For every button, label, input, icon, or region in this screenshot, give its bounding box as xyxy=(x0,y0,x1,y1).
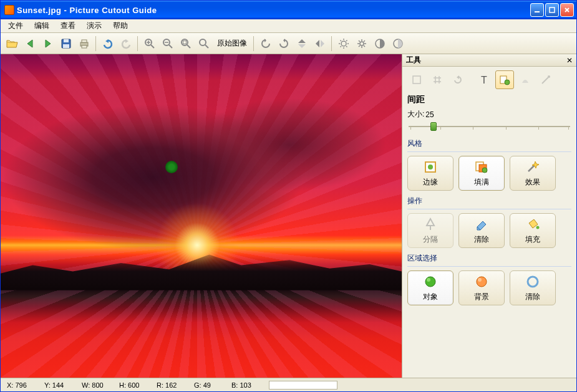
menu-demo[interactable]: 演示 xyxy=(82,19,107,32)
toolbar: 原始图像 xyxy=(1,33,576,54)
save-button[interactable] xyxy=(57,35,75,52)
tool-grid-icon[interactable] xyxy=(428,70,447,89)
status-g: G: 49 xyxy=(188,381,225,389)
tool-text-icon[interactable]: T xyxy=(475,70,493,89)
svg-point-26 xyxy=(482,168,487,173)
window-title: Sunset.jpg - Picture Cutout Guide xyxy=(17,6,530,15)
prev-button[interactable] xyxy=(21,35,39,52)
rotate-ccw-button[interactable] xyxy=(257,35,274,52)
menu-help[interactable]: 帮助 xyxy=(108,19,133,32)
slider-thumb[interactable] xyxy=(430,122,437,131)
op-fill-button[interactable]: 填充 xyxy=(510,213,556,248)
settings-button[interactable] xyxy=(353,35,371,52)
svg-point-21 xyxy=(548,75,550,78)
region-object-button[interactable]: 对象 xyxy=(407,270,453,305)
original-image-label[interactable]: 原始图像 xyxy=(213,38,251,49)
svg-rect-0 xyxy=(535,11,540,12)
status-r: R: 162 xyxy=(150,381,188,389)
panel-toolbar: T xyxy=(407,70,571,89)
fill-icon xyxy=(474,160,489,174)
region-object-label: 对象 xyxy=(423,292,438,302)
contrast-half-button[interactable] xyxy=(389,35,407,52)
brush-marker xyxy=(165,161,178,173)
op-split-button: 分隔 xyxy=(407,213,453,248)
rotate-cw-button[interactable] xyxy=(275,35,293,52)
tool-undo-icon[interactable] xyxy=(449,70,467,89)
size-slider[interactable] xyxy=(407,121,571,132)
style-effect-label: 效果 xyxy=(525,177,540,188)
svg-point-23 xyxy=(428,165,433,170)
svg-point-31 xyxy=(478,278,482,282)
brightness-button[interactable] xyxy=(335,35,352,52)
style-edge-label: 边缘 xyxy=(423,177,438,188)
app-icon xyxy=(4,5,14,15)
redo-button[interactable] xyxy=(117,35,135,52)
tool-smudge-icon[interactable] xyxy=(516,70,535,89)
svg-point-14 xyxy=(360,42,364,45)
maximize-button[interactable] xyxy=(545,3,559,17)
svg-point-32 xyxy=(528,277,538,287)
close-button[interactable] xyxy=(560,3,574,17)
panel-close-button[interactable]: ✕ xyxy=(566,56,573,65)
zoom-out-button[interactable] xyxy=(159,35,177,52)
svg-point-29 xyxy=(427,278,430,282)
svg-point-12 xyxy=(200,39,206,45)
style-fill-button[interactable]: 填满 xyxy=(458,156,505,191)
status-progress xyxy=(269,381,337,390)
menu-file[interactable]: 文件 xyxy=(3,19,28,32)
menu-edit[interactable]: 编辑 xyxy=(29,19,54,32)
svg-point-10 xyxy=(182,39,188,45)
op-split-label: 分隔 xyxy=(423,234,438,245)
op-clear-button[interactable]: 清除 xyxy=(458,213,505,248)
svg-point-13 xyxy=(341,41,346,46)
status-x: X: 796 xyxy=(1,381,38,389)
zoom-actual-button[interactable] xyxy=(195,35,213,52)
region-background-label: 背景 xyxy=(474,292,489,302)
size-row: 大小: 25 xyxy=(407,109,571,120)
svg-point-30 xyxy=(477,277,487,287)
object-icon xyxy=(423,274,438,289)
app-window: Sunset.jpg - Picture Cutout Guide 文件 编辑 … xyxy=(0,0,577,392)
tool-crop-icon[interactable] xyxy=(407,70,426,89)
zoom-in-button[interactable] xyxy=(141,35,158,52)
effect-icon xyxy=(525,160,540,174)
statusbar: X: 796 Y: 144 W: 800 H: 600 R: 162 G: 49… xyxy=(1,378,576,391)
undo-button[interactable] xyxy=(99,35,117,52)
operation-group-label: 操作 xyxy=(407,196,571,206)
canvas[interactable] xyxy=(1,54,402,378)
panel-title-label: 工具 xyxy=(406,55,421,65)
style-effect-button[interactable]: 效果 xyxy=(510,156,556,191)
svg-rect-17 xyxy=(413,76,420,84)
spacing-title: 间距 xyxy=(407,94,571,105)
region-clear-button[interactable]: 清除 xyxy=(510,270,556,305)
main-row: 工具 ✕ T 间距 大小: 25 xyxy=(1,54,576,378)
op-clear-label: 清除 xyxy=(474,234,489,245)
titlebar: Sunset.jpg - Picture Cutout Guide xyxy=(1,1,576,19)
size-label: 大小: xyxy=(407,109,424,120)
tool-paste-icon[interactable] xyxy=(495,70,514,89)
status-w: W: 800 xyxy=(75,381,113,389)
split-icon xyxy=(423,217,438,232)
background-icon xyxy=(474,274,489,289)
svg-point-20 xyxy=(505,80,510,85)
tool-wand-icon[interactable] xyxy=(536,70,555,89)
region-group-label: 区域选择 xyxy=(407,253,571,264)
contrast-button[interactable] xyxy=(371,35,389,52)
zoom-fit-button[interactable] xyxy=(177,35,195,52)
flip-horizontal-button[interactable] xyxy=(311,35,329,52)
next-button[interactable] xyxy=(39,35,57,52)
svg-point-28 xyxy=(425,277,435,287)
mountain-ridge xyxy=(1,248,402,290)
open-button[interactable] xyxy=(3,35,21,52)
minimize-button[interactable] xyxy=(530,3,544,17)
print-button[interactable] xyxy=(75,35,93,52)
op-fill-label: 填充 xyxy=(525,234,540,245)
menu-view[interactable]: 查看 xyxy=(56,19,80,32)
flip-vertical-button[interactable] xyxy=(293,35,311,52)
style-edge-button[interactable]: 边缘 xyxy=(407,156,453,191)
svg-rect-1 xyxy=(550,7,555,12)
region-background-button[interactable]: 背景 xyxy=(458,270,505,305)
size-value: 25 xyxy=(425,110,434,119)
status-h: H: 600 xyxy=(113,381,150,389)
tools-panel: 工具 ✕ T 间距 大小: 25 xyxy=(402,54,576,378)
